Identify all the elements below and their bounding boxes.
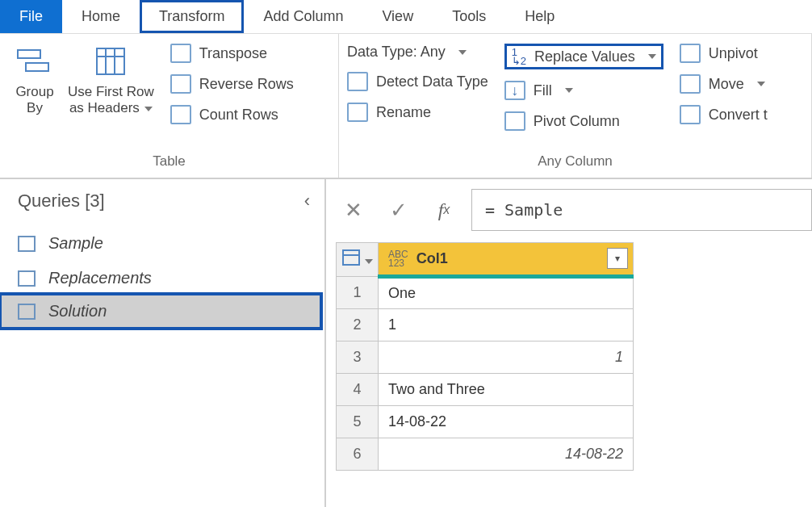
queries-list: SampleReplacementsSolution: [0, 226, 324, 330]
formula-input[interactable]: = Sample: [471, 189, 812, 231]
data-cell[interactable]: 1: [379, 341, 634, 374]
row-number[interactable]: 1: [337, 277, 379, 309]
rename-icon: [347, 103, 368, 122]
table-icon: [342, 249, 360, 266]
fill-label: Fill: [534, 82, 552, 99]
query-item[interactable]: Solution: [0, 292, 323, 330]
unpivot-label: Unpivot: [709, 45, 758, 62]
formula-commit-button[interactable]: ✓: [381, 191, 416, 229]
count-rows-label: Count Rows: [199, 107, 278, 124]
datatype-any-icon: ABC123: [388, 250, 408, 268]
row-number[interactable]: 4: [337, 374, 379, 406]
data-cell[interactable]: One: [379, 277, 634, 309]
fx-icon[interactable]: fx: [426, 191, 462, 229]
use-first-row-icon: [90, 44, 131, 79]
column-header-col1[interactable]: ABC123 Col1 ▾: [379, 243, 634, 277]
svg-rect-1: [26, 63, 48, 71]
move-button[interactable]: Move: [680, 74, 768, 94]
data-cell[interactable]: 14-08-22: [379, 406, 634, 438]
menu-tools[interactable]: Tools: [433, 0, 505, 33]
table-corner-button[interactable]: [337, 243, 379, 277]
menu-file[interactable]: File: [0, 0, 62, 33]
row-number[interactable]: 6: [337, 438, 379, 471]
group-by-button[interactable]: Group By: [8, 40, 61, 124]
menu-home[interactable]: Home: [62, 0, 140, 33]
use-first-row-button[interactable]: Use First Row as Headers: [61, 40, 161, 124]
menu-help[interactable]: Help: [505, 0, 574, 33]
table-row[interactable]: 1One: [337, 277, 634, 309]
replace-values-button[interactable]: 1↳2 Replace Values: [504, 44, 663, 69]
query-item[interactable]: Replacements: [0, 261, 324, 295]
convert-button[interactable]: Convert t: [680, 105, 768, 124]
dropdown-caret-icon: [365, 259, 373, 264]
ribbon-group-any-column: Data Type: Any Detect Data Type Rename 1…: [339, 34, 812, 178]
replace-values-icon: 1↳2: [512, 48, 526, 65]
unpivot-icon: [680, 44, 701, 63]
query-item-label: Replacements: [48, 269, 152, 287]
ribbon-group-table: Group By Use First Row as Headers Transp…: [0, 34, 339, 178]
fill-button[interactable]: ↓ Fill: [504, 81, 663, 100]
ribbon: Group By Use First Row as Headers Transp…: [0, 34, 812, 179]
reverse-rows-label: Reverse Rows: [199, 76, 294, 93]
pivot-column-label: Pivot Column: [534, 113, 620, 130]
column-filter-button[interactable]: ▾: [607, 248, 628, 269]
data-type-label: Data Type: Any: [347, 44, 446, 61]
svg-rect-2: [97, 48, 124, 74]
count-rows-icon: [170, 105, 191, 124]
menu-add-column[interactable]: Add Column: [244, 0, 362, 33]
data-type-button[interactable]: Data Type: Any: [347, 44, 488, 61]
use-first-row-label: Use First Row as Headers: [68, 84, 154, 116]
detect-data-type-button[interactable]: Detect Data Type: [347, 72, 488, 91]
collapse-queries-icon[interactable]: ‹: [304, 191, 310, 212]
menu-view[interactable]: View: [362, 0, 433, 33]
convert-label: Convert t: [709, 107, 768, 124]
detect-data-type-label: Detect Data Type: [376, 73, 488, 90]
ribbon-group-any-column-label: Any Column: [347, 149, 803, 178]
workspace: Queries [3] ‹ SampleReplacementsSolution…: [0, 179, 812, 507]
formula-cancel-button[interactable]: ✕: [336, 191, 371, 229]
ribbon-group-table-label: Table: [8, 149, 330, 178]
data-cell[interactable]: 1: [379, 309, 634, 341]
detect-data-type-icon: [347, 72, 368, 91]
pivot-column-button[interactable]: Pivot Column: [504, 111, 663, 131]
queries-title: Queries [3]: [18, 191, 105, 212]
menu-transform[interactable]: Transform: [140, 0, 244, 33]
query-icon: [18, 236, 36, 252]
count-rows-button[interactable]: Count Rows: [170, 105, 294, 124]
rename-button[interactable]: Rename: [347, 103, 488, 122]
table-row[interactable]: 514-08-22: [337, 406, 634, 438]
group-by-icon: [15, 44, 55, 79]
data-table: ABC123 Col1 ▾ 1One21314Two and Three514-…: [336, 242, 634, 471]
table-row[interactable]: 31: [337, 341, 634, 374]
dropdown-caret-icon: [757, 82, 765, 86]
query-item[interactable]: Sample: [0, 226, 324, 261]
move-label: Move: [709, 76, 744, 93]
pivot-column-icon: [504, 111, 525, 131]
row-number[interactable]: 2: [337, 309, 379, 341]
menu-bar: File Home Transform Add Column View Tool…: [0, 0, 812, 34]
row-number[interactable]: 3: [337, 341, 379, 374]
row-number[interactable]: 5: [337, 406, 379, 438]
svg-rect-0: [18, 50, 40, 58]
queries-panel: Queries [3] ‹ SampleReplacementsSolution: [0, 179, 326, 507]
main-area: ✕ ✓ fx = Sample ABC123 Col1 ▾ 1One21314T…: [326, 179, 812, 507]
move-icon: [680, 74, 701, 94]
table-row[interactable]: 614-08-22: [337, 438, 634, 471]
unpivot-button[interactable]: Unpivot: [680, 44, 768, 63]
transpose-icon: [170, 44, 191, 63]
reverse-rows-icon: [170, 74, 191, 94]
dropdown-caret-icon: [458, 50, 467, 55]
data-cell[interactable]: 14-08-22: [379, 438, 634, 471]
dropdown-caret-icon: [648, 54, 656, 59]
convert-icon: [680, 105, 701, 124]
reverse-rows-button[interactable]: Reverse Rows: [170, 74, 294, 94]
table-row[interactable]: 4Two and Three: [337, 374, 634, 406]
table-row[interactable]: 21: [337, 309, 634, 341]
query-item-label: Sample: [48, 234, 103, 253]
data-cell[interactable]: Two and Three: [379, 374, 634, 406]
rename-label: Rename: [376, 104, 431, 121]
query-icon: [18, 304, 36, 320]
fill-icon: ↓: [504, 81, 525, 100]
transpose-button[interactable]: Transpose: [170, 44, 294, 63]
dropdown-caret-icon: [565, 88, 573, 93]
